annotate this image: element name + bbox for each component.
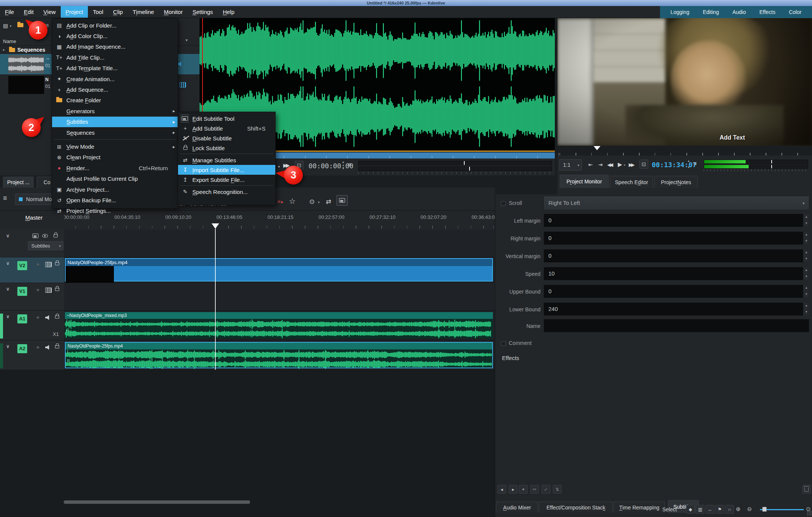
spin-up-icon[interactable]: ▲ [342,160,345,164]
field-input[interactable]: 0▲▼ [543,214,809,227]
menu-item-open-backup-file[interactable]: ↺Open Backup File... [52,195,178,205]
submenu-item-import-subtitle-file[interactable]: ↧Import Subtitle File... [178,165,275,175]
track-lane-subtitles[interactable] [64,230,495,257]
menu-edit[interactable]: Edit [19,6,38,18]
collapse-icon[interactable]: ∨ [6,260,10,266]
spin-buttons[interactable]: ▲▼ [803,232,809,245]
timeline-empty[interactable] [0,370,495,517]
subtitle-track-dropdown[interactable]: Subtitles▾ [28,241,63,250]
play-icon[interactable]: ▶ [618,161,622,168]
track-header-V1[interactable]: ∨V1✦ [0,283,64,310]
field-dropdown[interactable]: Right To Left▾ [543,196,809,210]
collapse-icon[interactable]: ∨ [6,233,10,238]
rewind-icon[interactable]: ◀◀ [607,162,612,168]
timeline-playhead-head[interactable] [212,223,219,229]
menu-item-create-folder[interactable]: Create Folder [52,95,178,106]
effects-wand-icon[interactable]: ✦ [35,287,40,294]
track-header-V2[interactable]: ∨V2✦ [0,257,64,283]
submenu-item-lock-subtitle[interactable]: Lock Subtitle [178,143,275,153]
spin-up-icon[interactable]: ▲ [805,233,808,236]
master-button[interactable]: Master [15,214,53,221]
workspace-tab-logging[interactable]: Logging [668,9,692,15]
audio-thumb-icon[interactable]: ↔ [706,505,714,514]
workspace-tab-editing[interactable]: Editing [700,9,721,15]
prev-icon[interactable]: ◂ [497,485,506,494]
field-input[interactable]: 0▲▼ [543,249,809,263]
spin-buttons[interactable]: ▲▼ [803,285,809,298]
play-caret-icon[interactable]: ▾ [624,163,625,167]
spin-down-icon[interactable]: ▼ [342,167,345,170]
video-frame[interactable]: Add Text [557,18,812,146]
spin-up-icon[interactable]: ▲ [805,251,808,254]
menu-item-adjust-profile-to-current-clip[interactable]: Adjust Profile to Current Clip [52,174,178,184]
expander-icon[interactable]: ▸ [3,48,5,52]
caret-down-icon[interactable]: ▾ [318,200,320,204]
submenu-item-speech-recognition[interactable]: ✎Speech Recognition... [178,187,275,197]
favorite-effects-icon[interactable]: ☆ [289,197,296,206]
next-icon[interactable]: ▸ [509,485,517,494]
apply-icon[interactable]: ✓ [542,485,550,494]
sort-caret-icon[interactable]: ▾ [186,38,188,43]
spin-buttons[interactable]: ▲▼ [803,267,809,280]
menu-item-add-clip-or-folder[interactable]: ▤Add Clip or Folder... [52,20,178,31]
collapse-icon[interactable]: ∨ [6,314,10,319]
menu-item-render[interactable]: ●Render...Ctrl+Return [52,163,178,173]
spin-down-icon[interactable]: ▼ [805,257,808,260]
submenu-item-add-subtitle[interactable]: +Add SubtitleShift+S [178,123,275,133]
track-header-subtitles[interactable]: ∨Subtitles▾ [0,230,64,257]
timeline-hscrollbar[interactable] [64,500,250,504]
project-monitor-ruler[interactable] [557,146,812,155]
timeline-clip-audio[interactable]: NastyOldPeople-25fps.mp4LR [65,342,493,368]
zone-icon[interactable]: ⊡ [639,160,648,169]
monitor-zoom-dropdown[interactable]: 1:1▾ [559,159,582,171]
bin-name-header[interactable]: Name [3,38,16,44]
spin-up-icon[interactable]: ▲ [805,304,808,307]
out-point-icon[interactable]: ⇥ [598,162,603,168]
preview-render-icon[interactable]: ⊙ [309,198,315,206]
menu-item-add-template-title[interactable]: T+Add Template Title... [52,63,178,74]
menu-item-add-title-clip[interactable]: T+Add Title Clip... [52,52,178,63]
clip-monitor-timecode[interactable]: 00:00:00:00 [309,162,353,170]
menu-item-project-settings[interactable]: ⇄Project Settings... [52,206,178,216]
delete-icon[interactable] [802,485,811,494]
monitor-overlay-text[interactable]: Add Text [720,134,745,141]
spin-buttons[interactable]: ▲▼ [803,249,809,262]
submenu-item-manage-subtitles[interactable]: ⇄Manage Subtitles [178,155,275,165]
panel-tab-1[interactable]: Effect/Composition Stack [539,502,613,513]
field-input[interactable]: 0▲▼ [543,231,809,245]
menu-settings[interactable]: Settings [187,6,218,18]
snap-icon[interactable]: ∩ [725,505,734,514]
menu-monitor[interactable]: Monitor [159,6,187,18]
spin-buttons[interactable]: ▲▼ [803,303,809,315]
track-badge-A1[interactable]: A1 [17,314,27,323]
zoom-out-icon[interactable]: ⊖ [747,506,752,512]
menu-view[interactable]: View [38,6,61,18]
menu-item-add-sequence[interactable]: +Add Sequence... [52,84,178,95]
panel-tab-0[interactable]: Audio Mixer [496,502,538,513]
panel-tab-2[interactable]: Time Remapping [614,502,665,513]
menu-item-view-mode[interactable]: ⊞View Mode▸ [52,141,178,152]
track-header-A1[interactable]: ∨A1✦X1 [0,311,64,340]
spin-up-icon[interactable]: ▲ [805,215,808,218]
collapse-icon[interactable]: ∨ [6,286,10,292]
in-point-icon[interactable]: ⇤ [588,162,593,168]
zoom-slider-handle[interactable] [762,507,767,512]
timeline-playhead-line[interactable] [215,229,216,370]
workspace-tab-audio[interactable]: Audio [730,9,748,15]
mix-clips-icon[interactable]: ⇄ [326,198,331,206]
title-bar[interactable]: Untitled */ 416x240 25.00fps — Kdenlive [0,0,812,6]
effects-wand-icon[interactable]: ✦ [35,344,40,351]
menu-project[interactable]: Project [61,6,88,18]
add-clip-icon[interactable]: ▤ [3,23,8,29]
spin-down-icon[interactable]: ▼ [805,239,808,243]
spin-down-icon[interactable]: ▼ [805,310,808,314]
menu-clip[interactable]: Clip [108,6,128,18]
spin-down-icon[interactable]: ▼ [805,275,808,278]
track-badge-V2[interactable]: V2 [17,261,27,270]
cut-icon[interactable]: ✂ [530,485,539,494]
menu-item-archive-project[interactable]: ▣Archive Project... [52,184,178,195]
spin-up-icon[interactable]: ▲ [805,268,808,272]
monitor-menu-icon[interactable]: ≡ [693,160,697,167]
dock-tab-0[interactable]: Project ... [3,177,34,188]
menu-item-create-animation[interactable]: ✦Create Animation... [52,74,178,84]
